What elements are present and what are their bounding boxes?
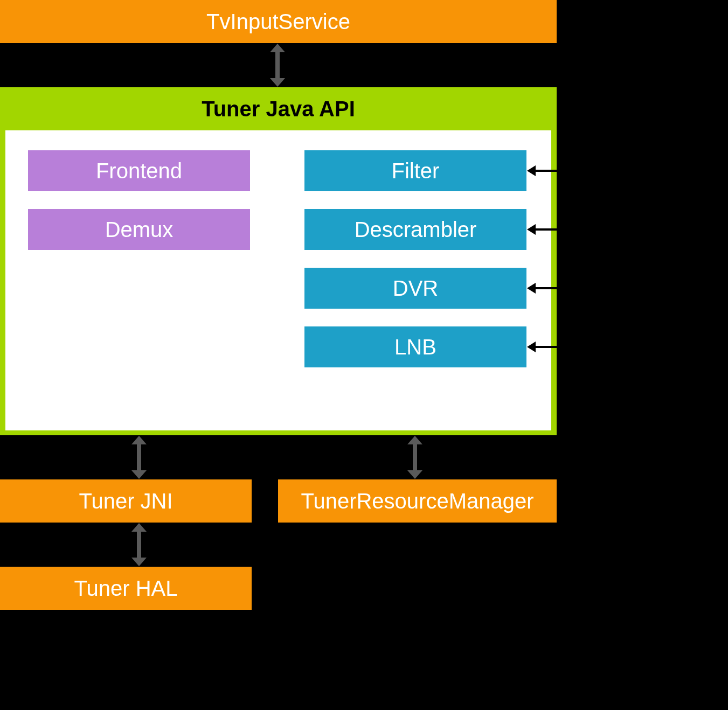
routing-descrambler-line: [536, 228, 602, 231]
tuner-resource-manager-label: TunerResourceManager: [301, 489, 533, 513]
frontend-label: Frontend: [96, 159, 182, 183]
frontend-block: Frontend: [28, 150, 250, 191]
routing-filter-line: [536, 170, 602, 172]
tv-input-service-label: TvInputService: [206, 10, 350, 34]
routing-top-stub: [566, 19, 602, 22]
tuner-resource-manager-block: TunerResourceManager: [278, 479, 557, 523]
tuner-java-api-header: Tuner Java API: [0, 87, 557, 130]
tv-input-service-block: TvInputService: [0, 0, 557, 43]
arrow-tvinput-to-tunerapi: [275, 51, 280, 79]
dvr-block: DVR: [304, 268, 526, 309]
routing-dvr-line: [536, 287, 602, 289]
lnb-label: LNB: [394, 335, 436, 359]
arrowhead-filter: [527, 165, 536, 176]
arrow-jni-to-hal: [137, 531, 141, 559]
demux-label: Demux: [105, 218, 174, 242]
tuner-hal-label: Tuner HAL: [74, 576, 178, 601]
arrowhead-into-tvinputservice: [557, 15, 566, 26]
tuner-hal-block: Tuner HAL: [0, 567, 252, 610]
filter-block: Filter: [304, 150, 526, 191]
descrambler-block: Descrambler: [304, 209, 526, 250]
dvr-label: DVR: [393, 276, 438, 301]
arrowhead-lnb: [527, 342, 536, 352]
descrambler-label: Descrambler: [355, 218, 477, 242]
routing-lnb-line: [536, 346, 602, 348]
tuner-jni-label: Tuner JNI: [79, 489, 172, 513]
demux-block: Demux: [28, 209, 250, 250]
arrowhead-dvr: [527, 283, 536, 294]
lnb-block: LNB: [304, 326, 526, 367]
arrow-api-to-trm: [413, 443, 417, 471]
tuner-java-api-label: Tuner Java API: [202, 97, 355, 121]
filter-label: Filter: [392, 159, 440, 183]
routing-vertical-spine: [600, 19, 602, 347]
arrowhead-descrambler: [527, 224, 536, 235]
arrow-api-to-jni: [137, 443, 141, 471]
tuner-jni-block: Tuner JNI: [0, 479, 252, 523]
